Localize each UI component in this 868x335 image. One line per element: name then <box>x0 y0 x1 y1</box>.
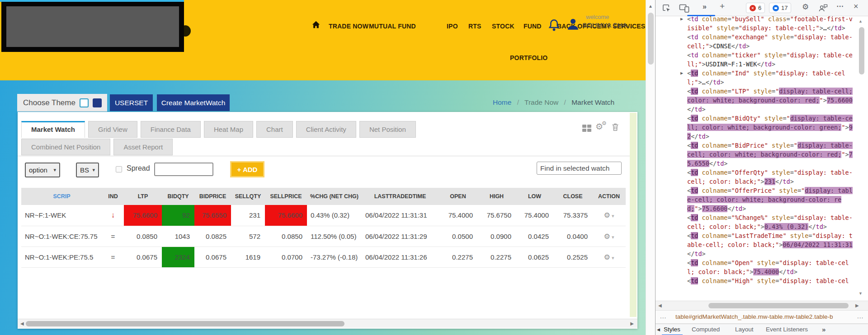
segment-select[interactable]: option ▾ <box>25 163 60 177</box>
table-row[interactable]: NR~O:1-WEK:PE:75.5=0.067523240.067516190… <box>21 247 626 267</box>
column-header-open[interactable]: OPEN <box>439 188 477 205</box>
nav-stock[interactable]: STOCK <box>492 23 514 30</box>
dom-tree-line[interactable]: ▶<td colname="Ind" style="display: table… <box>656 69 857 87</box>
elements-tree[interactable]: ▶<td colname="buySell" class="footable-f… <box>656 16 857 300</box>
row-settings-gear-icon[interactable]: ⚙ <box>604 233 610 240</box>
tree-horizontal-scrollbar[interactable]: ◀ ▶ <box>656 301 868 311</box>
dom-tree-line[interactable]: <td colname="%Change%" style="display: t… <box>656 213 857 231</box>
find-in-watch-input[interactable] <box>537 162 622 175</box>
column-header-action[interactable]: ACTION <box>592 188 626 205</box>
page-scrollbar[interactable]: ▲ <box>646 0 655 335</box>
inspect-element-icon[interactable] <box>662 4 670 12</box>
more-tabs-chevron-icon[interactable]: » <box>822 326 826 333</box>
scroll-left-icon[interactable]: ◀ <box>20 321 24 326</box>
tab-net-position[interactable]: Net Position <box>359 121 416 138</box>
expand-arrow-icon[interactable]: ▶ <box>680 69 683 78</box>
notifications-bell-icon[interactable] <box>548 19 560 32</box>
dom-tree-line[interactable]: ▶<td colname="buySell" class="footable-f… <box>656 16 857 33</box>
breadcrumb-overflow-left[interactable]: ... <box>660 313 666 320</box>
breadcrumb-home[interactable]: Home <box>493 98 511 106</box>
column-header-bidqty[interactable]: BIDQTY <box>162 188 194 205</box>
nav-mutual-fund[interactable]: MUTUAL FUND <box>369 23 416 30</box>
card-scroll-strip[interactable] <box>630 113 637 317</box>
column-header-chg[interactable]: %CHG (NET CHG) <box>307 188 362 205</box>
trash-icon[interactable] <box>612 123 619 131</box>
expand-arrow-icon[interactable]: ▶ <box>680 16 683 23</box>
breadcrumb-trade-now[interactable]: Trade Now <box>524 98 558 106</box>
row-caret-down-icon[interactable]: ▾ <box>610 213 614 219</box>
column-header-scrip[interactable]: SCRIP <box>21 188 102 205</box>
selected-element-path[interactable]: table#gridMarketWatch_.table.mw-table.mw… <box>675 313 854 320</box>
dom-tree-line[interactable]: <td colname="exchange" style="display: t… <box>656 33 857 51</box>
tab-client-activity[interactable]: Client Activity <box>296 121 356 138</box>
tab-market-watch[interactable]: Market Watch <box>21 121 85 138</box>
tab-chart[interactable]: Chart <box>256 121 293 138</box>
tab-asset-report[interactable]: Asset Report <box>113 139 173 155</box>
tab-grid-view[interactable]: Grid View <box>88 121 137 138</box>
row-settings-gear-icon[interactable]: ⚙ <box>604 253 610 261</box>
theme-dark-swatch[interactable] <box>93 98 102 107</box>
dom-tree-line[interactable]: <td colname="BidPrice" style="display: t… <box>656 141 857 168</box>
dom-tree-line[interactable]: <td colname="High" style="display: table… <box>656 276 857 285</box>
create-marketwatch-button[interactable]: Create MarketWatch <box>157 94 230 111</box>
home-icon[interactable] <box>311 20 321 30</box>
userset-button[interactable]: USERSET <box>110 94 153 111</box>
column-header-low[interactable]: LOW <box>516 188 553 205</box>
scroll-right-icon[interactable]: ▶ <box>855 303 859 308</box>
tab-scroll-left-icon[interactable]: ◀ <box>657 327 660 332</box>
tree-scroll-up-icon[interactable]: ▲ <box>859 19 863 23</box>
scroll-left-icon[interactable]: ◀ <box>658 303 662 308</box>
device-toolbar-icon[interactable] <box>679 4 689 13</box>
column-header-bidprice[interactable]: BIDPRICE <box>194 188 231 205</box>
scrip-entry-input[interactable] <box>154 163 213 176</box>
dom-tree-line[interactable]: <td colname="Open" style="display: table… <box>656 258 857 276</box>
bs-select[interactable]: BS ▾ <box>76 163 99 177</box>
scroll-right-icon[interactable]: ▶ <box>630 321 634 326</box>
column-header-ind[interactable]: IND <box>102 188 124 205</box>
theme-light-swatch[interactable] <box>80 98 89 107</box>
scroll-up-icon[interactable]: ▲ <box>648 4 653 9</box>
nav-fund[interactable]: FUND <box>524 23 542 30</box>
error-badge[interactable]: × 6 <box>746 3 765 13</box>
tab-finance-data[interactable]: Finance Data <box>141 121 201 138</box>
column-header-ltp[interactable]: LTP <box>124 188 162 205</box>
devtools-close-icon[interactable]: × <box>854 2 859 11</box>
column-header-time[interactable]: LASTTRADEDTIME <box>362 188 439 205</box>
dom-tree-line[interactable]: <td colname="LastTradeTime" style="displ… <box>656 231 857 258</box>
tab-event-listeners[interactable]: Event Listeners <box>766 326 808 333</box>
message-badge[interactable]: 17 <box>769 3 791 13</box>
tree-scroll-thumb[interactable] <box>859 27 864 74</box>
row-settings-gear-icon[interactable]: ⚙ <box>604 211 610 219</box>
devtools-settings-icon[interactable]: ⚙ <box>802 2 809 12</box>
column-header-high[interactable]: HIGH <box>477 188 516 205</box>
tab-heat-map[interactable]: Heat Map <box>204 121 253 138</box>
tree-scroll-down-icon[interactable]: ▼ <box>859 291 863 296</box>
spread-checkbox[interactable] <box>116 166 122 172</box>
row-caret-down-icon[interactable]: ▾ <box>610 234 614 240</box>
add-button[interactable]: + ADD <box>230 161 264 177</box>
card-horizontal-scrollbar[interactable]: ◀ ▶ <box>18 319 637 328</box>
row-caret-down-icon[interactable]: ▾ <box>610 255 614 261</box>
dom-tree-line[interactable]: <td colname="OfferPrice" style="display:… <box>656 186 857 213</box>
page-scroll-thumb[interactable] <box>648 13 654 65</box>
more-panels-chevron-icon[interactable]: » <box>703 3 707 11</box>
add-panel-icon[interactable]: + <box>720 1 725 11</box>
table-row[interactable]: NR~O:1-WEK:CE:75.75=0.085010430.08255720… <box>21 226 626 247</box>
nav-trade-now[interactable]: TRADE NOW <box>329 23 368 30</box>
horizontal-scroll-thumb[interactable] <box>26 321 344 326</box>
dom-tree-line[interactable]: <td colname="OfferQty" style="display: t… <box>656 168 857 186</box>
dom-tree-line[interactable]: <td colname="BidQty" style="display: tab… <box>656 114 857 141</box>
tab-combined-net-position[interactable]: Combined Net Position <box>21 139 110 155</box>
tab-computed[interactable]: Computed <box>692 326 720 333</box>
nav-rts[interactable]: RTS <box>468 23 481 30</box>
column-header-sellprice[interactable]: SELLPRICE <box>265 188 307 205</box>
settings-gears-icon[interactable]: ⚙⚙ <box>595 121 603 132</box>
table-row[interactable]: NR~F:1-WEK↓75.66009275.655023175.66000.4… <box>21 205 626 226</box>
devtools-menu-icon[interactable]: ⋯ <box>836 2 844 10</box>
breadcrumb-overflow-right[interactable]: ... <box>857 313 863 320</box>
nav-portfolio[interactable]: PORTFOLIO <box>510 54 547 61</box>
nav-ipo[interactable]: IPO <box>447 23 458 30</box>
feedback-icon[interactable] <box>818 4 828 12</box>
user-avatar-icon[interactable] <box>566 17 580 31</box>
column-header-close[interactable]: CLOSE <box>553 188 592 205</box>
